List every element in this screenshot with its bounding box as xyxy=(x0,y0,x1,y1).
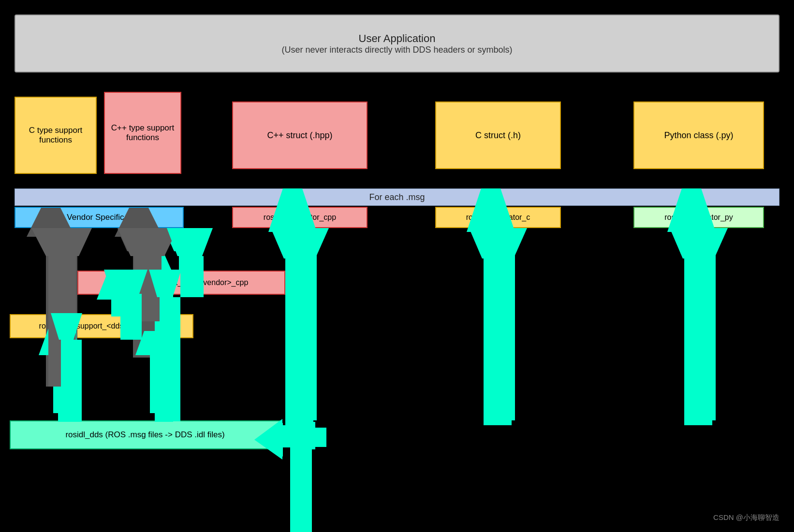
svg-rect-40 xyxy=(179,230,201,271)
svg-rect-34 xyxy=(287,228,313,424)
msg-label-cpp: .msg xyxy=(288,362,306,372)
arrows-overlay xyxy=(0,0,794,532)
svg-rect-70 xyxy=(286,422,313,447)
watermark: CSDN @小海聊智造 xyxy=(713,513,779,522)
user-app-title: User Application xyxy=(359,32,436,45)
svg-rect-38 xyxy=(686,228,712,424)
user-app-subtitle: (User never interacts directly with DDS … xyxy=(281,45,512,55)
idl-label-right: .idl xyxy=(150,391,161,401)
svg-rect-36 xyxy=(485,228,512,424)
arrows-svg xyxy=(0,0,794,532)
svg-marker-58 xyxy=(670,228,728,259)
svg-marker-33 xyxy=(272,228,325,254)
dds-vendor-box: DDS Vendor Specific Funcs. xyxy=(15,207,184,228)
cpp-struct-box: C++ struct (.hpp) xyxy=(232,101,368,169)
rosidl-typesupport-c-box: rosidl_typesupport_<dds_vendor>_c xyxy=(10,314,193,338)
svg-rect-68 xyxy=(282,425,307,446)
svg-rect-19 xyxy=(53,355,73,413)
arrows-clean xyxy=(0,0,794,532)
python-class-box: Python class (.py) xyxy=(633,101,764,169)
svg-marker-60 xyxy=(167,228,213,256)
rosidl-gen-cpp-box: rosidl_generator_cpp xyxy=(232,207,368,228)
msg-label-py: .msg xyxy=(687,362,705,372)
svg-rect-7 xyxy=(133,237,162,358)
rosidl-gen-c-box: rosidl_generator_c xyxy=(435,207,561,228)
svg-marker-39 xyxy=(164,230,208,251)
rosidl-gen-py-box: rosidl_generator_py xyxy=(633,207,764,228)
svg-rect-30 xyxy=(51,230,77,384)
svg-marker-54 xyxy=(271,228,329,259)
svg-rect-59 xyxy=(684,259,712,425)
svg-rect-65 xyxy=(61,340,82,422)
svg-marker-16 xyxy=(135,249,172,271)
diagram-container: User Application (User never interacts d… xyxy=(0,0,794,532)
for-each-msg-row: For each .msg xyxy=(15,188,779,206)
svg-rect-57 xyxy=(484,259,512,425)
rosidl-dds-box: rosidl_dds (ROS .msg files -> DDS .idl f… xyxy=(10,420,280,449)
svg-rect-48 xyxy=(281,426,308,447)
svg-marker-31 xyxy=(118,230,167,251)
svg-marker-50 xyxy=(31,228,92,256)
c-struct-box: C struct (.h) xyxy=(435,101,561,169)
svg-rect-9 xyxy=(288,232,317,420)
idl-label-left: .idl xyxy=(53,391,64,401)
msg-label-c: .msg xyxy=(488,362,506,372)
svg-marker-52 xyxy=(118,228,178,256)
svg-rect-11 xyxy=(486,232,515,420)
user-app-box: User Application (User never interacts d… xyxy=(15,14,779,72)
rosidl-typesupport-cpp-box: rosidl_typesupport_<dds_vendor>_cpp xyxy=(77,271,285,295)
svg-rect-21 xyxy=(150,355,169,413)
svg-marker-35 xyxy=(471,228,524,254)
svg-rect-13 xyxy=(687,232,716,420)
svg-rect-47 xyxy=(294,422,315,449)
svg-rect-23 xyxy=(283,428,326,447)
c-type-support-box: C type support functions xyxy=(15,97,97,174)
cpp-type-support-box: C++ type support functions xyxy=(104,92,181,174)
svg-marker-37 xyxy=(671,228,724,254)
svg-rect-5 xyxy=(46,237,75,387)
svg-rect-25 xyxy=(290,420,312,532)
svg-rect-55 xyxy=(285,259,313,425)
svg-marker-29 xyxy=(35,230,89,251)
svg-marker-56 xyxy=(469,228,527,259)
